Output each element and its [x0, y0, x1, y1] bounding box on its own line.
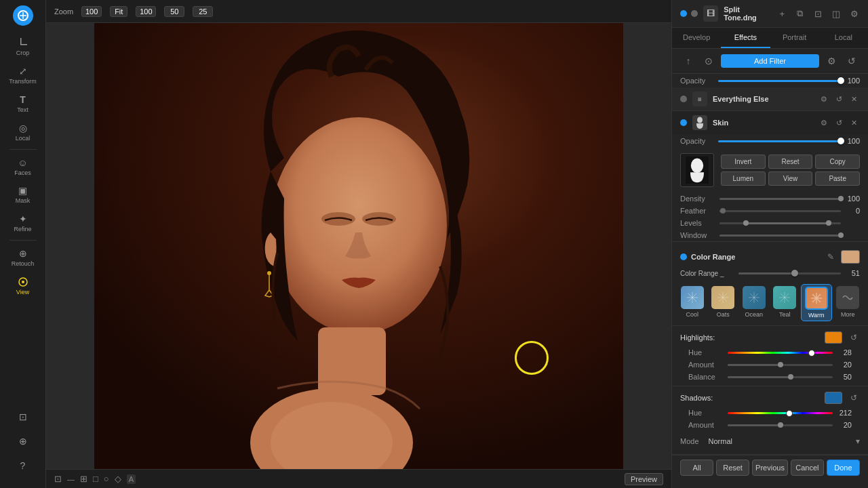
faces-icon: ☺ [17, 157, 29, 169]
paste-button[interactable]: Paste [815, 171, 860, 186]
tool-crop[interactable]: Crop [0, 33, 45, 61]
tool-fit-frame[interactable]: ⊡ [14, 407, 32, 428]
previous-button[interactable]: Previous [752, 460, 788, 476]
everything-else-settings[interactable]: ⚙ [818, 93, 830, 105]
everything-else-close[interactable]: ✕ [848, 93, 860, 105]
skin-opacity-row: Opacity 100 [672, 134, 868, 148]
settings-icon-btn[interactable]: ⚙ [848, 7, 860, 20]
mode-chevron-icon[interactable]: ▾ [856, 436, 860, 446]
shadows-hue-thumb[interactable] [786, 410, 793, 417]
levels-thumb-right[interactable] [826, 220, 831, 226]
highlights-amount-slider[interactable] [728, 364, 833, 366]
shadows-hue-slider[interactable] [728, 412, 833, 414]
balance-thumb[interactable] [788, 374, 793, 380]
copy-icon-btn[interactable]: ⧉ [795, 7, 806, 20]
zoom-25[interactable]: 25 [193, 6, 213, 17]
shadows-amount-thumb[interactable] [778, 422, 783, 428]
tool-view[interactable]: View [0, 272, 45, 300]
export-icon-btn[interactable]: ↑ [680, 53, 696, 69]
layers-icon-btn[interactable]: ◫ [831, 7, 842, 20]
done-button[interactable]: Done [827, 460, 860, 476]
tab-local[interactable]: Local [819, 28, 868, 48]
reset-button[interactable]: Reset [768, 155, 813, 169]
view-button[interactable]: View [768, 171, 813, 186]
levels-thumb-left[interactable] [743, 220, 749, 226]
tab-effects[interactable]: Effects [721, 28, 770, 48]
shadows-amount-fill [728, 424, 781, 426]
zoom-50[interactable]: 50 [164, 6, 184, 17]
color-range-value: 51 [845, 269, 860, 277]
highlights-reset-icon[interactable]: ↺ [848, 331, 860, 344]
crop-icon [17, 37, 29, 49]
copy-button[interactable]: Copy [815, 155, 860, 169]
tool-text[interactable]: T Text [0, 89, 45, 118]
tool-mask[interactable]: ▣ Mask [0, 180, 45, 209]
skin-close[interactable]: ✕ [848, 117, 860, 129]
highlights-amount-thumb[interactable] [778, 362, 783, 367]
tab-develop[interactable]: Develop [672, 28, 721, 48]
tab-portrait[interactable]: Portrait [770, 28, 819, 48]
tool-faces[interactable]: ☺ Faces [0, 152, 45, 181]
tool-transform[interactable]: ⤢ Transform [0, 61, 45, 89]
gear-icon-btn[interactable]: ⚙ [823, 53, 840, 69]
skin-opacity-thumb[interactable] [837, 138, 844, 144]
tool-help[interactable]: ? [14, 455, 32, 477]
shadows-reset-icon[interactable]: ↺ [848, 392, 860, 404]
preset-teal[interactable]: Teal [770, 284, 800, 321]
color-range-dot [680, 253, 687, 260]
tool-refine[interactable]: ✦ Refine [0, 209, 45, 237]
opacity-slider[interactable] [718, 80, 841, 82]
color-range-slider[interactable] [738, 272, 841, 274]
window-thumb[interactable] [838, 232, 844, 238]
skin-undo[interactable]: ↺ [833, 117, 845, 129]
everything-else-undo[interactable]: ↺ [833, 93, 845, 105]
skin-settings[interactable]: ⚙ [818, 117, 830, 129]
skin-actions: ⚙ ↺ ✕ [818, 117, 860, 129]
tool-add-person[interactable]: ⊕ [14, 431, 32, 453]
opacity-thumb[interactable] [837, 77, 844, 84]
tool-local[interactable]: ◎ Local [0, 118, 45, 146]
camera-icon-btn[interactable]: ⊙ [701, 53, 717, 69]
tool-retouch[interactable]: ⊕ Retouch [0, 243, 45, 272]
preset-cool[interactable]: Cool [677, 284, 707, 321]
levels-slider[interactable] [719, 222, 841, 224]
feather-slider[interactable] [719, 210, 841, 212]
shadows-swatch[interactable] [825, 392, 842, 404]
reset-all-button[interactable]: Reset [716, 460, 749, 476]
preview-button[interactable]: Preview [625, 473, 663, 485]
preset-oats[interactable]: Oats [709, 284, 738, 321]
balance-slider[interactable] [728, 376, 833, 378]
window-slider[interactable] [719, 235, 841, 237]
density-thumb[interactable] [838, 196, 844, 201]
skin-opacity-slider[interactable] [718, 140, 841, 142]
highlights-hue-slider[interactable] [728, 352, 833, 354]
invert-button[interactable]: Invert [721, 155, 766, 169]
highlights-label: Highlights: [680, 333, 715, 342]
zoom-100[interactable]: 100 [136, 6, 156, 17]
panel-header: 🎞 Split Tone.dng + ⧉ ⊡ ◫ ⚙ [672, 0, 868, 28]
shadows-amount-slider[interactable] [728, 424, 833, 426]
highlights-hue-thumb[interactable] [808, 350, 815, 357]
preset-warm[interactable]: Warm [801, 284, 832, 321]
main-area: Zoom 100 Fit 100 50 25 [46, 0, 671, 488]
crop-icon-btn[interactable]: ⊡ [812, 7, 824, 20]
feather-thumb[interactable] [720, 208, 726, 214]
add-icon-btn[interactable]: + [776, 7, 788, 20]
image-container[interactable] [46, 23, 671, 469]
undo-icon-btn[interactable]: ↺ [844, 53, 860, 69]
add-filter-button[interactable]: Add Filter [721, 54, 819, 68]
lumen-button[interactable]: Lumen [721, 171, 766, 186]
zoom-value[interactable]: 100 [81, 6, 102, 17]
fit-button[interactable]: Fit [110, 6, 127, 17]
cancel-button[interactable]: Cancel [791, 460, 824, 476]
all-button[interactable]: All [680, 460, 713, 476]
preset-more[interactable]: More [833, 284, 863, 321]
preset-ocean[interactable]: Ocean [739, 284, 769, 321]
main-opacity-row: Opacity 100 [672, 74, 868, 87]
highlights-hue-row: Hue 28 [680, 346, 860, 359]
density-slider[interactable] [719, 198, 841, 200]
eyedropper-icon[interactable]: ✎ [825, 251, 837, 263]
color-range-thumb[interactable] [791, 270, 798, 277]
color-swatch[interactable] [841, 250, 860, 264]
highlights-swatch[interactable] [825, 331, 842, 344]
